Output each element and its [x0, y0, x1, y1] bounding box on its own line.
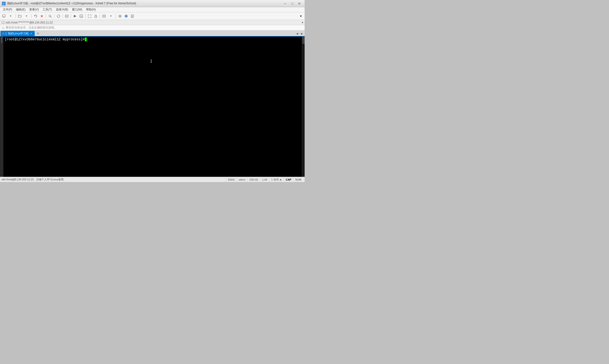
svg-rect-28	[2, 21, 4, 23]
lock-button[interactable]	[93, 13, 99, 19]
toolbar-sep-3	[46, 14, 46, 18]
ssh-icon	[1, 21, 5, 24]
toolbar-sep-7	[85, 14, 85, 18]
window-controls: ─ □ ✕	[282, 1, 303, 6]
toolbar-sep-4	[54, 14, 55, 18]
terminal[interactable]: [root@iZ7xv3b6erbuc1ci4xml1Z myprocess]#…	[3, 37, 302, 177]
disconnect-button[interactable]	[39, 13, 45, 19]
mouse-cursor: I	[150, 59, 152, 64]
tab-close-button[interactable]: ×	[30, 32, 33, 35]
svg-marker-5	[34, 15, 35, 16]
open-button[interactable]	[17, 13, 23, 19]
sftp-button[interactable]	[101, 13, 107, 19]
menu-tabs[interactable]: 选项卡(B)	[54, 7, 70, 12]
tab-bar: 1 我的Linux学习机 × + ◀ ▶	[0, 30, 304, 37]
status-size: 155×32	[247, 177, 260, 182]
svg-rect-2	[2, 15, 5, 17]
prompt-text: [root@iZ7xv3b6erbuc1ci4xml1Z myprocess]#	[5, 38, 84, 41]
menu-window[interactable]: 窗口(W)	[70, 7, 84, 12]
toolbar-sep-1	[15, 14, 16, 18]
status-num: NUM	[293, 177, 303, 182]
toolbar: ▾ ▾	[0, 12, 304, 20]
window-title: 我的Linux学习机 - root@iZ7xv3b6erbuc1ci4xml1Z…	[7, 1, 136, 5]
status-cap: CAP	[284, 177, 293, 182]
tab-prev-button[interactable]: ◀	[295, 31, 299, 36]
svg-text:S: S	[81, 15, 82, 18]
svg-rect-18	[103, 15, 106, 17]
tab-linux-machine[interactable]: 1 我的Linux学习机 ×	[0, 31, 35, 36]
color-button[interactable]	[55, 13, 61, 19]
app-icon: X	[2, 2, 6, 5]
toolbar-sep-5	[62, 14, 63, 18]
script-button[interactable]: S	[78, 13, 84, 19]
compose-button[interactable]	[64, 13, 70, 19]
menu-help[interactable]: 帮助(H)	[84, 7, 98, 12]
toolbar-overflow[interactable]: ▾	[298, 13, 304, 19]
svg-rect-17	[95, 16, 97, 18]
side-panel	[0, 37, 3, 177]
prompt-line: [root@iZ7xv3b6erbuc1ci4xml1Z myprocess]#	[5, 38, 300, 41]
notice-bar: 要添加当前会话，点击左侧的箭头按钮。	[0, 25, 304, 30]
tab-status-dot	[2, 33, 4, 34]
tab-label: 我的Linux学习机	[8, 32, 29, 36]
sessions-value: 1 会话	[271, 178, 279, 181]
toolbar-sep-6	[71, 14, 71, 18]
menu-view[interactable]: 查看(V)	[27, 7, 41, 12]
menu-file[interactable]: 文件(F)	[1, 7, 14, 12]
session-bar: ssh://root:**********@8.134.203.11:22 ▾	[0, 20, 304, 25]
svg-point-8	[49, 15, 51, 17]
menu-edit[interactable]: 编辑(E)	[14, 7, 27, 12]
svg-rect-11	[65, 15, 68, 17]
properties-button[interactable]	[117, 13, 123, 19]
status-bar: ssh://root@8.134.203.11:22，仅做个人学习Linux使用…	[0, 177, 304, 182]
svg-line-9	[51, 17, 52, 18]
close-button[interactable]: ✕	[296, 1, 303, 6]
toolbar-sep-9	[116, 14, 116, 18]
side-dot-2	[1, 39, 2, 41]
svg-marker-33	[280, 179, 282, 180]
side-dot-1	[1, 38, 2, 39]
macro-button[interactable]	[72, 13, 78, 19]
reconnect-button[interactable]	[33, 13, 39, 19]
tab-next-button[interactable]: ▶	[300, 31, 304, 36]
terminal-scrollbar[interactable]	[302, 37, 304, 177]
status-right: SSH2 xterm 155×32 1,43 1 会话 CAP NUM	[226, 177, 303, 182]
session-dropdown[interactable]: ▾	[302, 21, 303, 24]
status-protocol: SSH2	[226, 177, 237, 182]
scrollbar-thumb[interactable]	[302, 37, 304, 44]
title-bar: X 我的Linux学习机 - root@iZ7xv3b6erbuc1ci4xml…	[0, 0, 304, 7]
search-button[interactable]	[47, 13, 53, 19]
notice-text: 要添加当前会话，点击左侧的箭头按钮。	[6, 26, 57, 30]
title-bar-left: X 我的Linux学习机 - root@iZ7xv3b6erbuc1ci4xml…	[2, 1, 136, 5]
sessions-icon	[279, 178, 282, 181]
new-session-button[interactable]	[1, 13, 7, 19]
svg-point-32	[3, 28, 3, 28]
status-cursor-pos: 1,43	[260, 177, 269, 182]
open-dropdown[interactable]: ▾	[23, 13, 30, 19]
svg-text:?: ?	[126, 15, 127, 18]
terminal-cursor	[85, 38, 87, 41]
terminal-container: [root@iZ7xv3b6erbuc1ci4xml1Z myprocess]#…	[0, 37, 304, 177]
sftp-dropdown[interactable]: ▾	[107, 13, 114, 19]
status-sessions: 1 会话	[269, 177, 284, 182]
add-tab-button[interactable]: +	[35, 31, 41, 36]
menu-bar: 文件(F) 编辑(E) 查看(V) 工具(T) 选项卡(B) 窗口(W) 帮助(…	[0, 7, 304, 12]
svg-marker-14	[74, 15, 76, 17]
menu-tools[interactable]: 工具(T)	[41, 7, 54, 12]
log-button[interactable]	[129, 13, 135, 19]
toolbar-sep-8	[100, 14, 100, 18]
size-value: 155×32	[249, 178, 258, 181]
fullscreen-button[interactable]	[87, 13, 92, 19]
notice-icon	[1, 26, 5, 29]
minimize-button[interactable]: ─	[282, 1, 289, 6]
session-url: ssh://root:**********@8.134.203.11:22	[6, 21, 53, 24]
maximize-button[interactable]: □	[289, 1, 296, 6]
help-button[interactable]: ?	[123, 13, 129, 19]
tab-navigation: ◀ ▶	[295, 31, 304, 36]
toolbar-sep-2	[31, 14, 32, 18]
status-message: ssh://root@8.134.203.11:22，仅做个人学习Linux使用…	[1, 178, 226, 181]
svg-text:X: X	[3, 3, 4, 5]
status-term: xterm	[237, 177, 247, 182]
tab-number: 1	[5, 32, 7, 35]
new-session-dropdown[interactable]: ▾	[7, 13, 14, 19]
